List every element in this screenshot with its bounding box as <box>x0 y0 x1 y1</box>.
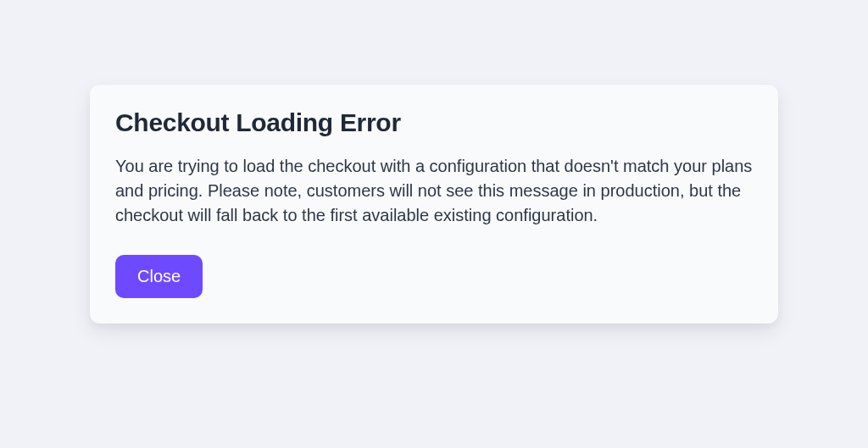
dialog-title: Checkout Loading Error <box>115 108 753 137</box>
dialog-message: You are trying to load the checkout with… <box>115 154 753 228</box>
error-dialog: Checkout Loading Error You are trying to… <box>90 85 778 324</box>
close-button[interactable]: Close <box>115 255 203 298</box>
